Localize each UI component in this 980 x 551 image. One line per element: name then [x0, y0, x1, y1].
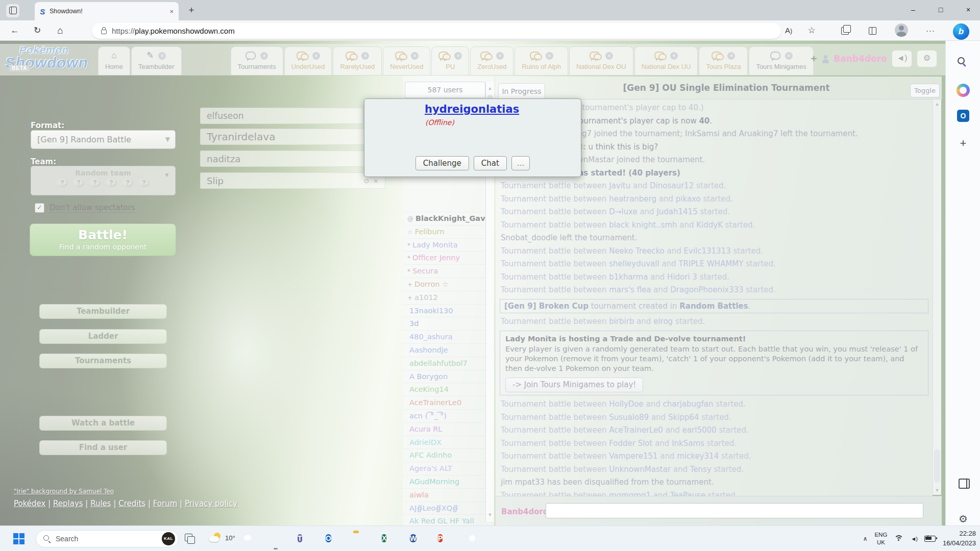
taskbar-app-file-explorer[interactable] — [353, 532, 366, 545]
close-window-button[interactable]: × — [957, 0, 980, 19]
more-options-button[interactable]: ... — [511, 156, 530, 170]
sidebar-settings-icon[interactable]: ⚙ — [955, 511, 971, 527]
copilot-icon — [957, 84, 970, 97]
profile-av atar[interactable] — [895, 23, 908, 37]
wifi-icon[interactable] — [894, 535, 903, 542]
taskbar-app-teams[interactable]: T — [297, 532, 310, 545]
taskbar-search[interactable]: Search KAL — [36, 530, 179, 547]
taskbar-app-photos[interactable] — [465, 532, 479, 545]
sidebar-copilot-icon[interactable] — [955, 83, 971, 98]
pokemon-showdown-page: Pokémon Showdown BETA ⌂Home✎×Teambuilder… — [0, 41, 945, 525]
sidebar-outlook-icon[interactable]: O — [955, 108, 971, 123]
sidebar-add-icon[interactable]: + — [955, 136, 971, 151]
home-button[interactable]: ⌂ — [54, 24, 67, 37]
powerpoint-icon: P — [438, 534, 443, 542]
popup-buttons: ChallengeChat... — [364, 156, 581, 170]
excel-icon: X — [382, 534, 386, 542]
gear-icon: ⚙ — [955, 511, 971, 527]
taskbar-app-chat[interactable] — [241, 532, 254, 545]
split-screen-icon[interactable] — [865, 23, 879, 38]
back-button[interactable]: ← — [8, 24, 21, 37]
search-icon — [43, 535, 51, 542]
workspaces-icon — [9, 7, 17, 14]
sidebar-panel-icon[interactable] — [955, 475, 971, 491]
tray-chevron-icon[interactable]: ∧ — [863, 535, 868, 542]
taskbar-app-excel[interactable]: X — [381, 532, 395, 545]
taskbar-apps: TOXWP — [241, 532, 479, 545]
windows-taskbar: Search KAL 10° TOXWP ∧ ENGUK ◄) ϟ 22:281… — [0, 525, 980, 551]
active-app-indicator — [274, 548, 278, 549]
browser-menu-icon[interactable]: ··· — [923, 23, 938, 38]
time: 22:28 — [959, 530, 976, 537]
user-popup: hydreigonlatias (Offline) ChallengeChat.… — [364, 98, 581, 177]
plus-icon: + — [955, 136, 971, 151]
favorites-star-icon[interactable]: ☆ — [804, 23, 819, 38]
search-icon — [958, 57, 966, 65]
close-tab-icon[interactable]: × — [169, 8, 174, 15]
bing-discover-icon[interactable]: b — [953, 23, 969, 40]
sun-cloud-icon — [209, 532, 222, 544]
system-tray: ∧ ENGUK ◄) ϟ 22:2816/04/2023 — [863, 526, 976, 551]
split-glyph — [869, 27, 876, 35]
weather-temp: 10° — [225, 534, 235, 542]
teams-icon: T — [298, 534, 302, 542]
volume-icon[interactable]: ◄) — [911, 536, 917, 542]
address-bar[interactable]: https://play.pokemonshowdown.com — [92, 23, 781, 39]
sidebar-search-icon[interactable] — [955, 55, 971, 70]
minimize-button[interactable]: – — [901, 0, 925, 19]
date: 16/04/2023 — [943, 539, 976, 547]
word-icon: W — [410, 534, 416, 542]
reload-button[interactable]: ↻ — [31, 24, 44, 37]
lock-icon — [101, 30, 107, 34]
chat-button[interactable]: Chat — [474, 156, 507, 170]
maximize-button[interactable]: □ — [929, 0, 952, 19]
browser-tab-strip: S Showdown! × + – □ × — [0, 0, 980, 20]
url-host: play.pokemonshowdown.com — [135, 27, 235, 35]
challenge-button[interactable]: Challenge — [415, 156, 469, 170]
panel-icon — [959, 479, 970, 489]
taskbar-app-edge[interactable] — [269, 532, 282, 545]
showdown-favicon: S — [40, 7, 45, 16]
outlook-icon: O — [326, 534, 331, 542]
tab-title: Showdown! — [50, 8, 169, 15]
edge-sidebar: O + ⚙ — [945, 41, 980, 525]
popup-status: (Offline) — [425, 118, 454, 127]
collections-icon[interactable] — [838, 23, 852, 38]
screen: Pokémon Showdown BETA ⌂Home✎×Teambuilder… — [0, 0, 980, 551]
language-indicator[interactable]: ENGUK — [874, 531, 887, 546]
clock[interactable]: 22:2816/04/2023 — [943, 529, 976, 548]
search-placeholder: Search — [56, 535, 162, 543]
task-view-button[interactable] — [185, 534, 195, 544]
taskbar-app-outlook[interactable]: O — [325, 532, 338, 545]
browser-tab[interactable]: S Showdown! × — [35, 2, 179, 20]
taskbar-app-powerpoint[interactable]: P — [437, 532, 451, 545]
tab-actions-button[interactable] — [6, 4, 19, 17]
taskbar-app-word[interactable]: W — [409, 532, 423, 545]
weather-widget[interactable]: 10° — [209, 532, 235, 544]
battery-icon[interactable]: ϟ — [924, 536, 936, 542]
collections-glyph — [841, 27, 849, 35]
new-tab-button[interactable]: + — [185, 4, 198, 17]
start-button[interactable] — [13, 533, 24, 544]
task-view-icon — [187, 536, 195, 544]
outlook-icon: O — [957, 110, 969, 122]
url-scheme: https:// — [112, 27, 135, 35]
read-aloud-icon[interactable]: A) — [781, 23, 796, 38]
search-badge: KAL — [162, 532, 175, 545]
url-text: https://play.pokemonshowdown.com — [112, 27, 235, 35]
popup-username-link[interactable]: hydreigonlatias — [425, 103, 519, 115]
